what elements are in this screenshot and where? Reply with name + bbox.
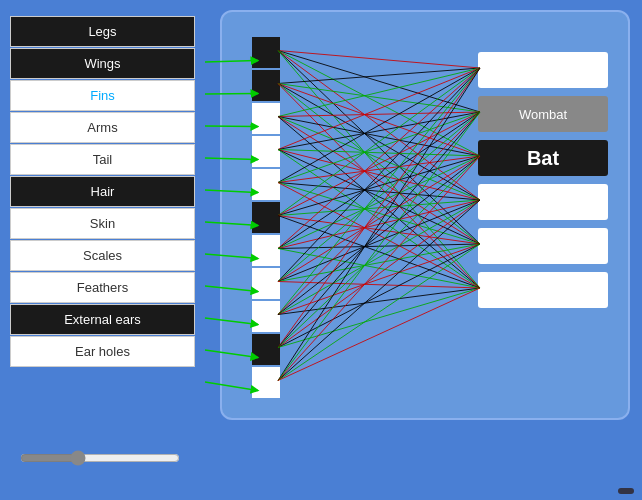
input-node-10: [252, 367, 280, 398]
input-node-1: [252, 70, 280, 101]
ann-label: [618, 488, 634, 494]
feature-item-fins[interactable]: Fins: [10, 80, 195, 111]
feature-item-feathers[interactable]: Feathers: [10, 272, 195, 303]
output-node-0: [478, 52, 608, 88]
output-node-1: Wombat: [478, 96, 608, 132]
input-node-7: [252, 268, 280, 299]
slider-container[interactable]: [20, 450, 180, 470]
input-layer: [252, 37, 280, 398]
input-node-2: [252, 103, 280, 134]
zoom-slider[interactable]: [20, 450, 180, 466]
feature-item-arms[interactable]: Arms: [10, 112, 195, 143]
input-node-9: [252, 334, 280, 365]
feature-item-wings[interactable]: Wings: [10, 48, 195, 79]
output-layer: WombatBat: [478, 52, 608, 308]
output-node-5: [478, 272, 608, 308]
input-node-6: [252, 235, 280, 266]
feature-item-scales[interactable]: Scales: [10, 240, 195, 271]
feature-item-hair[interactable]: Hair: [10, 176, 195, 207]
input-node-4: [252, 169, 280, 200]
input-node-3: [252, 136, 280, 167]
feature-item-skin[interactable]: Skin: [10, 208, 195, 239]
output-node-3: [478, 184, 608, 220]
features-panel: LegsWingsFinsArmsTailHairSkinScalesFeath…: [10, 10, 195, 368]
input-node-8: [252, 301, 280, 332]
input-node-0: [252, 37, 280, 68]
feature-item-ear-holes[interactable]: Ear holes: [10, 336, 195, 367]
feature-item-tail[interactable]: Tail: [10, 144, 195, 175]
output-node-4: [478, 228, 608, 264]
ann-container: WombatBat: [220, 10, 630, 420]
features-list: LegsWingsFinsArmsTailHairSkinScalesFeath…: [10, 16, 195, 367]
feature-item-legs[interactable]: Legs: [10, 16, 195, 47]
input-node-5: [252, 202, 280, 233]
feature-item-external-ears[interactable]: External ears: [10, 304, 195, 335]
output-node-2: Bat: [478, 140, 608, 176]
